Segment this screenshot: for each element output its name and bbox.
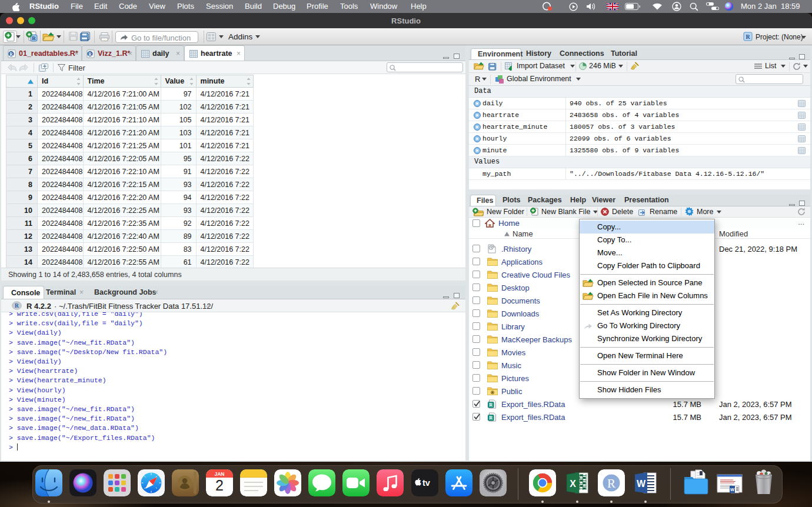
- svg-text:R: R: [489, 402, 492, 408]
- svg-text:JAN: JAN: [214, 471, 224, 477]
- svg-text:R: R: [88, 52, 92, 57]
- svg-text:W: W: [637, 479, 646, 489]
- svg-text:2: 2: [215, 477, 224, 493]
- svg-text:W: W: [730, 487, 735, 492]
- svg-text:R: R: [489, 415, 492, 421]
- svg-text:R: R: [9, 52, 13, 57]
- svg-text:R: R: [607, 476, 615, 491]
- svg-text:tv: tv: [422, 478, 430, 488]
- svg-text:R: R: [32, 35, 36, 41]
- svg-text:R: R: [746, 34, 750, 40]
- svg-text:R: R: [15, 302, 19, 309]
- svg-text:X: X: [570, 479, 576, 489]
